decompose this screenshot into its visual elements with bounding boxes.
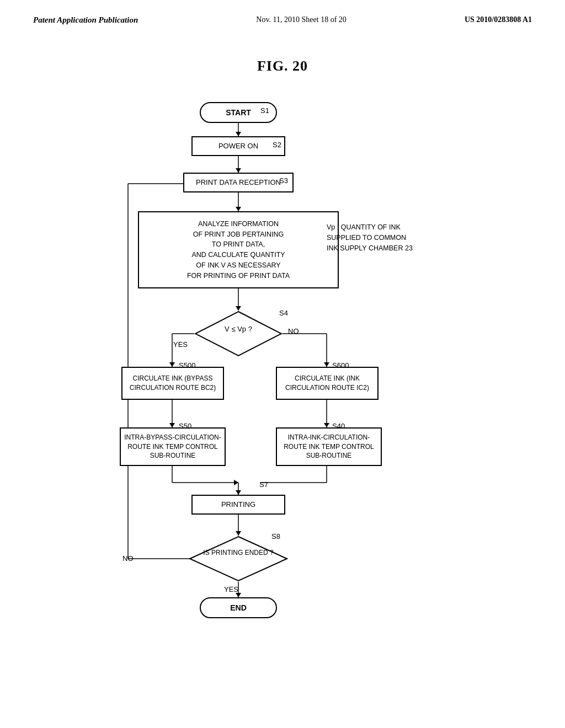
diamond-v-vp: V ≤ Vp ?: [194, 311, 282, 357]
svg-marker-7: [236, 306, 241, 311]
circulate-ink-box: CIRCULATE INK (INK CIRCULATION ROUTE IC2…: [276, 367, 379, 400]
intra-bypass-box: INTRA-BYPASS-CIRCULATION- ROUTE INK TEMP…: [120, 427, 226, 466]
svg-marker-10: [169, 362, 175, 367]
header-date-sheet: Nov. 11, 2010 Sheet 18 of 20: [256, 15, 346, 24]
svg-marker-15: [169, 423, 175, 427]
printing-box: PRINTING: [191, 495, 285, 515]
svg-marker-26: [236, 531, 241, 536]
svg-marker-3: [236, 168, 241, 173]
power-on-box: POWER ON: [191, 136, 285, 156]
svg-marker-20: [234, 480, 238, 485]
s2-label: S2: [273, 141, 281, 149]
s1-label: S1: [260, 106, 269, 115]
yes-label: YES: [173, 340, 188, 349]
diamond-printing-ended: IS PRINTING ENDED ?: [189, 536, 288, 582]
header-publication: Patent Application Publication: [33, 15, 138, 25]
yes2-label: YES: [224, 585, 238, 593]
no-label2: NO: [122, 554, 134, 563]
svg-marker-5: [236, 207, 241, 211]
svg-text:V ≤ Vp ?: V ≤ Vp ?: [225, 325, 252, 333]
svg-text:IS PRINTING ENDED ?: IS PRINTING ENDED ?: [203, 549, 274, 556]
end-box: END: [200, 597, 277, 618]
s7-label: S7: [259, 480, 268, 489]
svg-marker-17: [324, 423, 329, 427]
flowchart: START S1 POWER ON S2 PRINT DATA RECEPTIO…: [89, 91, 476, 670]
svg-marker-1: [236, 132, 241, 136]
circulate-bypass-box: CIRCULATE INK (BYPASS CIRCULATION ROUTE …: [121, 367, 224, 400]
s3-label: S3: [279, 176, 288, 185]
figure-title: FIG. 20: [0, 58, 565, 74]
no-label: NO: [288, 327, 299, 335]
analyze-box: ANALYZE INFORMATION OF PRINT JOB PERTAIN…: [138, 211, 339, 288]
svg-marker-32: [236, 593, 241, 597]
svg-marker-35: [190, 537, 287, 581]
svg-marker-13: [324, 362, 329, 367]
intra-ink-box: INTRA-INK-CIRCULATION- ROUTE INK TEMP CO…: [276, 427, 382, 466]
header-patent-number: US 2010/0283808 A1: [465, 15, 532, 24]
print-data-box: PRINT DATA RECEPTION: [183, 173, 294, 192]
page: Patent Application Publication Nov. 11, …: [0, 0, 565, 728]
vp-annotation: Vp : QUANTITY OF INK SUPPLIED TO COMMON …: [327, 222, 413, 253]
svg-marker-24: [236, 490, 241, 495]
svg-marker-33: [195, 312, 281, 356]
header: Patent Application Publication Nov. 11, …: [0, 0, 565, 25]
